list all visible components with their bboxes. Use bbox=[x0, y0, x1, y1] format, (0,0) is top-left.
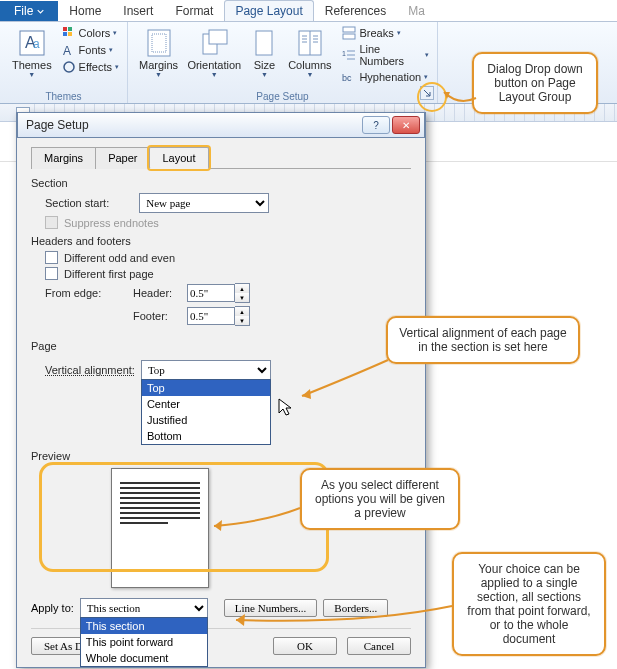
group-page-setup-label: Page Setup bbox=[134, 89, 431, 102]
tab-home[interactable]: Home bbox=[58, 0, 112, 21]
effects-icon bbox=[62, 60, 76, 74]
dialog-tab-paper[interactable]: Paper bbox=[95, 147, 150, 169]
close-button[interactable]: ✕ bbox=[392, 116, 420, 134]
breaks-button[interactable]: Breaks▾ bbox=[340, 25, 431, 41]
diff-odd-even-label: Different odd and even bbox=[64, 252, 175, 264]
apply-to-label: Apply to: bbox=[31, 602, 74, 614]
footer-spin-up[interactable]: ▲ bbox=[235, 307, 249, 316]
columns-icon bbox=[294, 27, 326, 59]
chevron-down-icon: ▼ bbox=[155, 71, 162, 78]
svg-rect-3 bbox=[63, 27, 67, 31]
borders-dialog-button[interactable]: Borders... bbox=[323, 599, 388, 617]
svg-rect-5 bbox=[63, 32, 67, 36]
theme-fonts-button[interactable]: A Fonts ▾ bbox=[60, 42, 121, 58]
group-themes-label: Themes bbox=[6, 89, 121, 102]
orientation-label: Orientation bbox=[187, 59, 241, 71]
svg-rect-13 bbox=[256, 31, 272, 55]
valign-dropdown-list: Top Center Justified Bottom bbox=[141, 379, 271, 445]
margins-icon bbox=[143, 27, 175, 59]
svg-rect-23 bbox=[343, 34, 355, 39]
dialog-titlebar[interactable]: Page Setup ? ✕ bbox=[17, 112, 425, 138]
svg-text:A: A bbox=[63, 44, 71, 57]
apply-to-select[interactable]: This section bbox=[80, 598, 208, 618]
svg-text:1: 1 bbox=[342, 50, 346, 57]
group-themes: Aa Themes ▼ Colors ▾ A Fonts ▾ Eff bbox=[0, 22, 128, 103]
theme-effects-button[interactable]: Effects ▾ bbox=[60, 59, 121, 75]
apply-to-option-whole-document[interactable]: Whole document bbox=[81, 650, 207, 666]
apply-to-option-this-section[interactable]: This section bbox=[81, 618, 207, 634]
svg-text:bc: bc bbox=[342, 73, 352, 83]
chevron-down-icon: ▾ bbox=[113, 29, 117, 37]
tab-page-layout[interactable]: Page Layout bbox=[224, 0, 313, 21]
orientation-icon bbox=[198, 27, 230, 59]
size-button[interactable]: Size▼ bbox=[246, 25, 284, 80]
suppress-endnotes-label: Suppress endnotes bbox=[64, 217, 159, 229]
section-start-select[interactable]: New page bbox=[139, 193, 269, 213]
header-spin-down[interactable]: ▼ bbox=[235, 293, 249, 302]
help-button[interactable]: ? bbox=[362, 116, 390, 134]
svg-rect-12 bbox=[209, 30, 227, 44]
theme-colors-button[interactable]: Colors ▾ bbox=[60, 25, 121, 41]
svg-rect-6 bbox=[68, 32, 72, 36]
from-edge-label: From edge: bbox=[45, 287, 127, 299]
callout-preview: As you select different options you will… bbox=[300, 468, 460, 530]
valign-select[interactable]: Top bbox=[141, 360, 271, 380]
ribbon-tab-strip: File Home Insert Format Page Layout Refe… bbox=[0, 0, 617, 22]
chevron-down-icon: ▾ bbox=[115, 63, 119, 71]
launcher-arrow-icon bbox=[422, 88, 432, 98]
header-input[interactable] bbox=[187, 284, 235, 302]
breaks-label: Breaks bbox=[359, 27, 393, 39]
headers-footers-heading: Headers and footers bbox=[31, 235, 411, 247]
footer-input[interactable] bbox=[187, 307, 235, 325]
themes-label: Themes bbox=[12, 59, 52, 71]
tab-format[interactable]: Format bbox=[164, 0, 224, 21]
themes-button[interactable]: Aa Themes ▼ bbox=[6, 25, 58, 80]
page-setup-dialog: Page Setup ? ✕ Margins Paper Layout Sect… bbox=[16, 112, 426, 668]
page-setup-dialog-launcher[interactable] bbox=[420, 86, 434, 100]
svg-rect-4 bbox=[68, 27, 72, 31]
valign-option-center[interactable]: Center bbox=[142, 396, 270, 412]
theme-effects-label: Effects bbox=[79, 61, 112, 73]
preview-box bbox=[111, 468, 209, 588]
orientation-button[interactable]: Orientation▼ bbox=[185, 25, 243, 80]
margins-button[interactable]: Margins▼ bbox=[134, 25, 183, 80]
diff-odd-even-checkbox[interactable] bbox=[45, 251, 58, 264]
cancel-button[interactable]: Cancel bbox=[347, 637, 411, 655]
tab-insert[interactable]: Insert bbox=[112, 0, 164, 21]
diff-first-page-checkbox[interactable] bbox=[45, 267, 58, 280]
valign-option-top[interactable]: Top bbox=[142, 380, 270, 396]
valign-option-bottom[interactable]: Bottom bbox=[142, 428, 270, 444]
line-numbers-dialog-button[interactable]: Line Numbers... bbox=[224, 599, 317, 617]
size-label: Size bbox=[254, 59, 275, 71]
hyphenation-button[interactable]: bc Hyphenation▾ bbox=[340, 69, 431, 85]
chevron-down-icon: ▾ bbox=[424, 73, 428, 81]
apply-to-option-this-point-forward[interactable]: This point forward bbox=[81, 634, 207, 650]
chevron-down-icon: ▼ bbox=[261, 71, 268, 78]
line-numbers-label: Line Numbers bbox=[359, 43, 422, 67]
chevron-down-icon: ▾ bbox=[397, 29, 401, 37]
page-heading: Page bbox=[31, 340, 411, 352]
diff-first-page-label: Different first page bbox=[64, 268, 154, 280]
columns-button[interactable]: Columns▼ bbox=[285, 25, 334, 80]
dialog-tab-layout[interactable]: Layout bbox=[149, 147, 208, 169]
theme-colors-label: Colors bbox=[79, 27, 111, 39]
svg-text:a: a bbox=[33, 37, 40, 51]
valign-option-justified[interactable]: Justified bbox=[142, 412, 270, 428]
dialog-tabs: Margins Paper Layout bbox=[31, 146, 411, 169]
tab-file[interactable]: File bbox=[0, 1, 58, 21]
svg-point-8 bbox=[64, 62, 74, 72]
chevron-down-icon: ▾ bbox=[109, 46, 113, 54]
line-numbers-button[interactable]: 1 Line Numbers▾ bbox=[340, 42, 431, 68]
breaks-icon bbox=[342, 26, 356, 40]
footer-label: Footer: bbox=[133, 310, 181, 322]
footer-spin-down[interactable]: ▼ bbox=[235, 316, 249, 325]
dialog-title: Page Setup bbox=[22, 118, 360, 132]
themes-icon: Aa bbox=[16, 27, 48, 59]
margins-label: Margins bbox=[139, 59, 178, 71]
close-icon: ✕ bbox=[402, 120, 410, 131]
header-spin-up[interactable]: ▲ bbox=[235, 284, 249, 293]
dialog-tab-margins[interactable]: Margins bbox=[31, 147, 96, 169]
tab-references[interactable]: References bbox=[314, 0, 397, 21]
ok-button[interactable]: OK bbox=[273, 637, 337, 655]
tab-mailings-cut[interactable]: Ma bbox=[397, 0, 436, 21]
